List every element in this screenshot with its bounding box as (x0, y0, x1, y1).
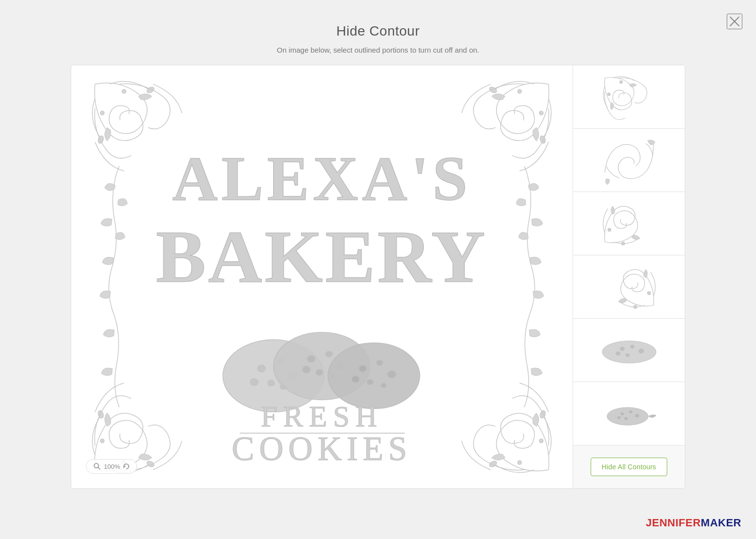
modal-title: Hide Contour (337, 23, 420, 39)
svg-point-61 (629, 410, 633, 413)
sidebar-panel: Hide All Contours (573, 65, 685, 488)
svg-point-36 (359, 365, 367, 372)
svg-point-56 (638, 348, 643, 353)
svg-point-9 (518, 89, 522, 93)
svg-point-29 (307, 355, 315, 362)
svg-point-50 (608, 228, 611, 231)
svg-point-22 (258, 365, 265, 372)
sidebar-item-0[interactable] (573, 65, 685, 129)
svg-point-18 (539, 439, 543, 443)
zoom-indicator: 100% (86, 459, 137, 474)
main-image-panel[interactable]: ALEXA'S BAKERY (71, 65, 573, 488)
svg-point-17 (518, 461, 522, 464)
svg-point-30 (326, 351, 333, 357)
svg-point-41 (381, 383, 387, 388)
svg-point-59 (607, 407, 648, 425)
svg-point-58 (616, 351, 620, 355)
svg-point-48 (607, 93, 610, 96)
svg-point-60 (620, 412, 624, 415)
close-button[interactable] (727, 14, 742, 29)
sidebar-item-3[interactable] (573, 255, 685, 319)
svg-point-33 (302, 366, 310, 373)
svg-point-54 (620, 346, 624, 350)
svg-point-38 (388, 370, 397, 378)
sidebar-item-1[interactable] (573, 129, 685, 192)
sidebar-item-5[interactable] (573, 382, 685, 445)
svg-point-52 (647, 291, 650, 294)
svg-point-53 (602, 341, 656, 363)
svg-point-25 (268, 380, 275, 386)
svg-point-49 (621, 242, 624, 245)
svg-point-39 (367, 379, 374, 385)
svg-text:FRESH: FRESH (261, 400, 383, 433)
sidebar-item-2[interactable] (573, 192, 685, 255)
branding: JENNIFERMAKER (646, 517, 741, 529)
svg-point-64 (617, 416, 620, 419)
zoom-icon (93, 462, 101, 470)
modal-subtitle: On image below, select outlined portions… (277, 46, 479, 54)
svg-point-40 (352, 376, 359, 383)
content-area: ALEXA'S BAKERY (71, 65, 685, 489)
svg-point-6 (100, 111, 104, 115)
svg-text:ALEXA'S: ALEXA'S (173, 144, 472, 213)
svg-point-63 (624, 417, 628, 420)
contour-thumb-0 (597, 73, 661, 121)
svg-point-55 (630, 345, 634, 348)
contour-thumb-4 (597, 331, 661, 370)
contour-thumb-3 (597, 263, 661, 311)
svg-point-35 (328, 343, 420, 409)
svg-point-26 (251, 379, 259, 385)
svg-point-51 (634, 305, 637, 308)
sidebar-item-4[interactable] (573, 319, 685, 382)
contour-thumb-2 (597, 199, 661, 248)
branding-jennifer: JENNIFER (646, 517, 701, 529)
svg-point-14 (100, 439, 104, 443)
refresh-icon (123, 463, 130, 470)
svg-text:BAKERY: BAKERY (156, 215, 488, 298)
branding-maker: MAKER (701, 517, 741, 529)
modal-container: Hide Contour On image below, select outl… (0, 0, 756, 539)
svg-point-32 (316, 369, 323, 375)
svg-text:COOKIES: COOKIES (232, 430, 412, 467)
svg-point-62 (635, 414, 639, 417)
svg-point-57 (625, 353, 629, 357)
svg-point-10 (539, 111, 543, 115)
svg-line-46 (98, 467, 100, 469)
contour-thumb-1 (597, 136, 661, 185)
zoom-level: 100% (104, 463, 120, 470)
svg-point-5 (122, 89, 126, 93)
contour-thumb-5 (597, 394, 661, 433)
main-artwork: ALEXA'S BAKERY (76, 70, 567, 484)
svg-point-47 (619, 80, 622, 83)
hide-all-contours-button[interactable]: Hide All Contours (591, 458, 668, 476)
svg-point-37 (377, 360, 383, 366)
